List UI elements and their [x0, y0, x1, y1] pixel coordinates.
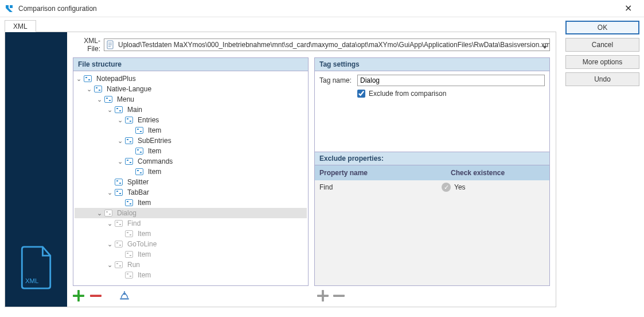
svg-rect-40: [127, 201, 128, 202]
xml-file-label: XML-File:: [73, 37, 100, 53]
collapse-icon[interactable]: ⌄: [106, 189, 114, 196]
exclude-checkbox[interactable]: [357, 90, 365, 98]
tree-node[interactable]: ⌄Main: [75, 105, 307, 115]
exclude-label: Exclude from comparison: [369, 90, 446, 98]
svg-rect-29: [130, 162, 131, 163]
tag-icon: [135, 126, 144, 134]
svg-rect-62: [130, 276, 131, 277]
tree-node[interactable]: ⌄NotepadPlus: [75, 74, 307, 84]
collapse-icon[interactable]: ⌄: [106, 106, 114, 114]
more-options-button[interactable]: More options: [565, 55, 639, 69]
tree-node-label: Dialog: [115, 209, 139, 217]
collapse-icon[interactable]: ⌄: [75, 75, 83, 83]
tree-node[interactable]: ·Item: [75, 229, 307, 239]
tag-icon: [114, 261, 123, 269]
panels: File structure ⌄NotepadPlus⌄Native-Langu…: [73, 57, 550, 286]
tree-node[interactable]: ·Item: [75, 249, 307, 260]
app-icon: [5, 4, 14, 13]
tree-node[interactable]: ·Item: [75, 146, 307, 156]
svg-rect-55: [127, 253, 128, 254]
collapse-icon[interactable]: ⌄: [116, 137, 124, 145]
svg-rect-25: [137, 149, 139, 150]
add-icon[interactable]: [73, 290, 84, 301]
tree-node[interactable]: ⌄Entries: [75, 115, 307, 125]
collapse-icon[interactable]: ⌄: [106, 241, 114, 248]
svg-rect-31: [137, 170, 139, 171]
tag-icon: [114, 188, 123, 196]
tree-node[interactable]: ·Item: [75, 198, 307, 208]
tree-node[interactable]: ⌄Commands: [75, 156, 307, 167]
bottom-toolbar: [73, 286, 550, 303]
xml-file-path: Upload\Testdaten MaXYmos\000_Inbetriebna…: [118, 41, 550, 49]
svg-rect-41: [130, 203, 131, 204]
tree-node-label: NotepadPlus: [94, 75, 138, 83]
exclude-properties-title: Exclude properties:: [315, 152, 549, 165]
export-icon[interactable]: [119, 290, 130, 301]
collapse-icon[interactable]: ⌄: [95, 96, 103, 103]
svg-rect-34: [116, 180, 118, 181]
tree-node[interactable]: ⌄GoToLine: [75, 239, 307, 249]
work-area: XML XML-File: Upload\Testdaten MaXYmos\0…: [5, 32, 556, 307]
tree-node[interactable]: ·Item: [75, 125, 307, 136]
tree-node-label: Item: [135, 271, 153, 279]
tree-node[interactable]: ·Item: [75, 167, 307, 177]
tree-node[interactable]: ⌄Native-Langue: [75, 84, 307, 94]
cancel-button[interactable]: Cancel: [565, 38, 639, 52]
check-icon: ✓: [442, 183, 451, 192]
tree-scroll[interactable]: ⌄NotepadPlus⌄Native-Langue⌄Menu⌄Main⌄Ent…: [73, 71, 308, 285]
remove-icon[interactable]: [90, 290, 102, 301]
grid-remove-icon[interactable]: [333, 290, 345, 301]
collapse-icon[interactable]: ⌄: [106, 220, 114, 227]
grid-col-property-name[interactable]: Property name: [315, 165, 446, 180]
svg-rect-23: [130, 141, 131, 142]
tab-xml[interactable]: XML: [5, 20, 36, 32]
main: XML XML XML-File:: [0, 17, 644, 307]
tree-node-label: Item: [135, 230, 153, 238]
tree-node[interactable]: ⌄TabBar: [75, 187, 307, 198]
svg-rect-36: [115, 190, 123, 196]
tag-icon: [83, 75, 92, 83]
svg-rect-43: [106, 211, 108, 212]
tree-node[interactable]: ⌄Menu: [75, 94, 307, 105]
svg-rect-56: [130, 255, 131, 256]
chevron-down-icon: [542, 43, 547, 51]
svg-rect-19: [137, 129, 139, 130]
tree-node[interactable]: ·Splitter: [75, 177, 307, 187]
content: XML-File: Upload\Testdaten MaXYmos\000_I…: [67, 32, 556, 307]
svg-rect-5: [88, 79, 90, 80]
svg-rect-28: [127, 160, 128, 161]
svg-rect-30: [136, 169, 143, 175]
collapse-icon[interactable]: ⌄: [95, 210, 103, 217]
undo-button[interactable]: Undo: [565, 72, 639, 86]
tag-icon: [114, 178, 123, 186]
tag-icon: [124, 137, 134, 145]
tree-node[interactable]: ⌄Find: [75, 218, 307, 229]
svg-rect-42: [105, 210, 112, 217]
exclude-checkbox-row[interactable]: Exclude from comparison: [357, 90, 545, 98]
tag-name-label: Tag name:: [319, 76, 354, 84]
collapse-icon[interactable]: ⌄: [106, 261, 114, 269]
tag-icon: [124, 250, 134, 258]
ok-button[interactable]: OK: [565, 21, 639, 34]
tag-settings-body: Tag name: Exclude from comparison: [315, 71, 549, 152]
svg-rect-17: [130, 121, 131, 122]
svg-rect-33: [115, 179, 123, 185]
tag-icon: [114, 219, 123, 227]
tree-node-label: Item: [146, 126, 163, 134]
grid-cell-check-text: Yes: [454, 183, 466, 191]
grid-col-check-existence[interactable]: Check existence: [446, 165, 549, 180]
collapse-icon[interactable]: ⌄: [116, 117, 124, 124]
tree-node[interactable]: ·Item: [75, 270, 307, 280]
tree-node[interactable]: ⌄SubEntries: [75, 136, 307, 146]
collapse-icon[interactable]: ⌄: [116, 158, 124, 165]
tag-name-input[interactable]: [357, 75, 545, 86]
grid-row[interactable]: Find ✓ Yes: [315, 180, 549, 194]
close-icon[interactable]: ✕: [616, 3, 639, 14]
tree-node[interactable]: ⌄Dialog: [75, 208, 307, 218]
tree-node[interactable]: ⌄Run: [75, 260, 307, 270]
xml-file-dropdown[interactable]: Upload\Testdaten MaXYmos\000_Inbetriebna…: [104, 38, 550, 51]
grid-add-icon[interactable]: [317, 290, 329, 301]
svg-rect-3: [84, 76, 92, 82]
tag-icon: [114, 240, 123, 248]
collapse-icon[interactable]: ⌄: [85, 86, 93, 93]
